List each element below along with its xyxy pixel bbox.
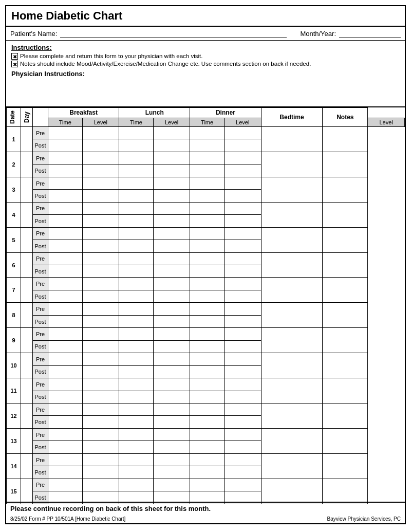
data-cell[interactable]: [48, 466, 83, 479]
data-cell[interactable]: [119, 479, 154, 491]
data-cell[interactable]: [153, 252, 190, 265]
data-cell[interactable]: [224, 265, 261, 278]
data-cell[interactable]: [153, 265, 190, 278]
data-cell[interactable]: [224, 290, 261, 302]
data-cell[interactable]: [82, 315, 119, 327]
data-cell[interactable]: [153, 378, 190, 391]
data-cell[interactable]: [153, 177, 190, 189]
bedtime-cell[interactable]: [261, 127, 323, 152]
bedtime-cell[interactable]: [261, 403, 323, 428]
data-cell[interactable]: [119, 278, 154, 290]
data-cell[interactable]: [82, 290, 119, 302]
data-cell[interactable]: [153, 215, 190, 227]
data-cell[interactable]: [82, 441, 119, 453]
data-cell[interactable]: [82, 416, 119, 428]
notes-cell[interactable]: [323, 453, 368, 479]
data-cell[interactable]: [48, 378, 83, 391]
data-cell[interactable]: [82, 164, 119, 177]
data-cell[interactable]: [190, 265, 225, 278]
data-cell[interactable]: [190, 252, 225, 265]
data-cell[interactable]: [82, 215, 119, 227]
data-cell[interactable]: [190, 479, 225, 491]
data-cell[interactable]: [153, 466, 190, 479]
data-cell[interactable]: [153, 240, 190, 252]
data-cell[interactable]: [224, 315, 261, 327]
bedtime-cell[interactable]: [261, 479, 323, 504]
data-cell[interactable]: [153, 453, 190, 466]
data-cell[interactable]: [82, 278, 119, 290]
data-cell[interactable]: [119, 340, 154, 353]
data-cell[interactable]: [48, 328, 83, 340]
notes-cell[interactable]: [323, 353, 368, 378]
data-cell[interactable]: [190, 278, 225, 290]
data-cell[interactable]: [190, 152, 225, 164]
data-cell[interactable]: [153, 202, 190, 214]
data-cell[interactable]: [48, 290, 83, 302]
data-cell[interactable]: [119, 152, 154, 164]
data-cell[interactable]: [224, 328, 261, 340]
data-cell[interactable]: [153, 416, 190, 428]
data-cell[interactable]: [224, 252, 261, 265]
data-cell[interactable]: [119, 190, 154, 202]
notes-cell[interactable]: [323, 227, 368, 252]
data-cell[interactable]: [224, 378, 261, 391]
data-cell[interactable]: [153, 340, 190, 353]
data-cell[interactable]: [153, 139, 190, 152]
data-cell[interactable]: [190, 227, 225, 240]
data-cell[interactable]: [190, 139, 225, 152]
data-cell[interactable]: [224, 152, 261, 164]
data-cell[interactable]: [119, 353, 154, 365]
data-cell[interactable]: [224, 164, 261, 177]
notes-cell[interactable]: [323, 428, 368, 453]
data-cell[interactable]: [119, 139, 154, 152]
data-cell[interactable]: [224, 441, 261, 453]
data-cell[interactable]: [82, 227, 119, 240]
data-cell[interactable]: [48, 303, 83, 315]
data-cell[interactable]: [119, 202, 154, 214]
data-cell[interactable]: [153, 441, 190, 453]
data-cell[interactable]: [119, 290, 154, 302]
notes-cell[interactable]: [323, 177, 368, 202]
data-cell[interactable]: [190, 328, 225, 340]
data-cell[interactable]: [190, 466, 225, 479]
data-cell[interactable]: [82, 403, 119, 415]
data-cell[interactable]: [224, 227, 261, 240]
data-cell[interactable]: [119, 466, 154, 479]
data-cell[interactable]: [153, 290, 190, 302]
data-cell[interactable]: [190, 428, 225, 441]
data-cell[interactable]: [48, 190, 83, 202]
data-cell[interactable]: [224, 365, 261, 378]
data-cell[interactable]: [82, 127, 119, 139]
data-cell[interactable]: [82, 177, 119, 189]
data-cell[interactable]: [224, 177, 261, 189]
data-cell[interactable]: [48, 252, 83, 265]
data-cell[interactable]: [224, 240, 261, 252]
data-cell[interactable]: [48, 240, 83, 252]
data-cell[interactable]: [224, 428, 261, 441]
bedtime-cell[interactable]: [261, 428, 323, 453]
data-cell[interactable]: [48, 353, 83, 365]
data-cell[interactable]: [82, 378, 119, 391]
data-cell[interactable]: [224, 340, 261, 353]
data-cell[interactable]: [190, 365, 225, 378]
data-cell[interactable]: [190, 403, 225, 415]
data-cell[interactable]: [224, 190, 261, 202]
notes-cell[interactable]: [323, 278, 368, 303]
data-cell[interactable]: [224, 416, 261, 428]
data-cell[interactable]: [153, 428, 190, 441]
data-cell[interactable]: [190, 127, 225, 139]
bedtime-cell[interactable]: [261, 202, 323, 227]
data-cell[interactable]: [82, 139, 119, 152]
data-cell[interactable]: [82, 252, 119, 265]
data-cell[interactable]: [82, 152, 119, 164]
data-cell[interactable]: [224, 127, 261, 139]
bedtime-cell[interactable]: [261, 252, 323, 278]
bedtime-cell[interactable]: [261, 303, 323, 328]
bedtime-cell[interactable]: [261, 227, 323, 252]
data-cell[interactable]: [82, 202, 119, 214]
data-cell[interactable]: [48, 202, 83, 214]
data-cell[interactable]: [153, 127, 190, 139]
notes-cell[interactable]: [323, 152, 368, 177]
data-cell[interactable]: [48, 365, 83, 378]
data-cell[interactable]: [82, 391, 119, 403]
